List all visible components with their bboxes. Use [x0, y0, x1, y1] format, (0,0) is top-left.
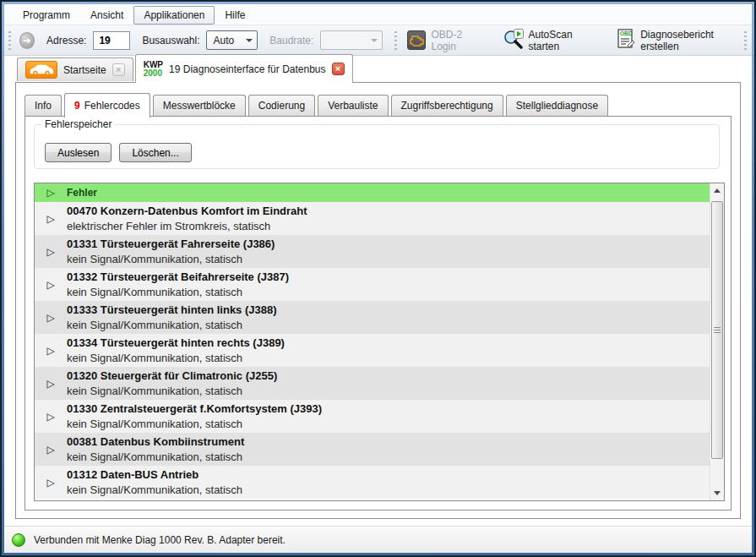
- client-area: Programm Ansicht Applikationen Hilfe ➔ A…: [4, 4, 752, 553]
- report-button[interactable]: Diagnosebericht erstellen: [640, 29, 744, 52]
- fault-list-header: ▷ Fehler: [35, 183, 710, 202]
- scroll-up-icon[interactable]: [710, 183, 724, 198]
- bus-select[interactable]: Auto: [206, 30, 258, 50]
- triangle-marker-icon: ▷: [35, 187, 67, 199]
- autoscan-icon[interactable]: [503, 29, 524, 52]
- fault-detail: kein Signal/Kommunikation, statisch: [67, 483, 242, 498]
- fault-row[interactable]: ▷ 01333 Türsteuergerät hinten links (J38…: [35, 301, 710, 334]
- fault-code-title: 01331 Türsteuergerät Fahrerseite (J386): [67, 237, 275, 252]
- fault-row[interactable]: ▷ 00381 Datenbus Kombiinstrument kein Si…: [35, 433, 710, 466]
- close-icon[interactable]: ×: [332, 63, 345, 75]
- report-icon[interactable]: OBD: [617, 29, 635, 52]
- subtab-stellglieddiagnose[interactable]: Stellglieddiagnose: [506, 95, 608, 116]
- vertical-scrollbar[interactable]: [710, 183, 724, 500]
- triangle-marker-icon: ▷: [35, 444, 67, 456]
- chevron-down-icon: [371, 39, 378, 42]
- close-icon[interactable]: ×: [112, 63, 125, 76]
- toolbar-grip-icon[interactable]: [8, 31, 11, 50]
- baud-label: Baudrate:: [269, 35, 313, 46]
- fault-list-header-label: Fehler: [67, 187, 97, 199]
- triangle-marker-icon: ▷: [35, 411, 67, 423]
- protocol-badge: KWP 2000: [144, 61, 163, 78]
- address-label: Adresse:: [46, 35, 86, 46]
- scroll-down-icon[interactable]: [710, 486, 724, 500]
- fault-row[interactable]: ▷ 01312 Daten-BUS Antrieb kein Signal/Ko…: [35, 466, 710, 499]
- menu-hilfe[interactable]: Hilfe: [215, 6, 255, 25]
- tab-content-panel: Info 9 Fehlercodes Messwertblöcke Codier…: [15, 82, 741, 519]
- fault-code-title: 01332 Türsteuergerät Beifahrerseite (J38…: [67, 270, 289, 285]
- fault-detail: kein Signal/Kommunikation, statisch: [67, 351, 285, 366]
- bus-select-value: Auto: [213, 35, 234, 46]
- subtab-verbauliste[interactable]: Verbauliste: [318, 95, 388, 116]
- toolbar-separator: [394, 31, 397, 50]
- loeschen-button[interactable]: Löschen...: [119, 143, 191, 162]
- fault-detail: kein Signal/Kommunikation, statisch: [67, 384, 277, 399]
- thumb-grip-icon: [714, 327, 721, 334]
- subtab-fehlercodes-label: Fehlercodes: [84, 100, 140, 112]
- triangle-marker-icon: ▷: [35, 345, 67, 357]
- go-arrow-icon[interactable]: ➔: [19, 32, 35, 49]
- tab-startseite[interactable]: Startseite ×: [17, 57, 133, 81]
- fault-row[interactable]: ▷ 01332 Türsteuergerät Beifahrerseite (J…: [35, 268, 710, 301]
- fault-detail: kein Signal/Kommunikation, statisch: [67, 318, 277, 333]
- fehlercodes-page: Fehlerspeicher Auslesen Löschen... ▷ Feh…: [24, 116, 732, 511]
- triangle-marker-icon: ▷: [35, 312, 67, 324]
- tab-startseite-label: Startseite: [63, 64, 106, 76]
- subtab-verbauliste-label: Verbauliste: [328, 100, 378, 112]
- triangle-marker-icon: ▷: [35, 213, 67, 225]
- fault-code-title: 00470 Konzern-Datenbus Komfort im Eindra…: [67, 204, 307, 219]
- status-text: Verbunden mit Menke Diag 1000 Rev. B. Ad…: [34, 534, 286, 546]
- fault-row[interactable]: ▷ 01320 Steuergerät für Climatronic (J25…: [35, 367, 710, 400]
- fault-row[interactable]: ▷ 01331 Türsteuergerät Fahrerseite (J386…: [35, 235, 710, 268]
- menu-ansicht[interactable]: Ansicht: [80, 6, 133, 25]
- fault-code-title: 01333 Türsteuergerät hinten links (J388): [67, 303, 277, 318]
- tab-diagnoseinterface-label: 19 Diagnoseinterface für Datenbus: [169, 63, 325, 75]
- fault-row[interactable]: ▷ 00470 Konzern-Datenbus Komfort im Eind…: [35, 202, 710, 235]
- subtab-zugriffsberechtigung-label: Zugriffsberechtigung: [401, 100, 493, 112]
- subtab-info[interactable]: Info: [24, 95, 62, 116]
- subtab-codierung[interactable]: Codierung: [248, 95, 315, 116]
- fault-code-title: 01320 Steuergerät für Climatronic (J255): [67, 369, 277, 384]
- fault-code-title: 01334 Türsteuergerät hinten rechts (J389…: [67, 336, 285, 351]
- subtab-codierung-label: Codierung: [258, 100, 305, 112]
- fault-detail: kein Signal/Kommunikation, statisch: [67, 252, 275, 267]
- tab-diagnoseinterface[interactable]: KWP 2000 19 Diagnoseinterface für Datenb…: [135, 54, 353, 83]
- autoscan-button[interactable]: AutoScan starten: [529, 29, 600, 52]
- fault-code-title: 00381 Datenbus Kombiinstrument: [67, 434, 244, 450]
- subtab-messwertbloecke[interactable]: Messwertblöcke: [153, 95, 246, 116]
- subtab-fehlercodes[interactable]: 9 Fehlercodes: [64, 93, 150, 117]
- car-icon: [25, 61, 57, 79]
- subtab-bar: Info 9 Fehlercodes Messwertblöcke Codier…: [24, 92, 732, 117]
- fault-detail: kein Signal/Kommunikation, statisch: [67, 417, 322, 432]
- fault-count-badge: 9: [74, 100, 80, 112]
- triangle-marker-icon: ▷: [35, 378, 67, 390]
- address-input[interactable]: [93, 31, 130, 50]
- menu-applikationen[interactable]: Applikationen: [133, 6, 215, 25]
- fault-code-title: 01330 Zentralsteuergerät f.Komfortsystem…: [67, 401, 322, 417]
- subtab-zugriffsberechtigung[interactable]: Zugriffsberechtigung: [391, 95, 503, 116]
- subtab-info-label: Info: [35, 100, 52, 112]
- fault-list: ▷ Fehler ▷ 00470 Konzern-Datenbus Komfor…: [34, 183, 725, 501]
- toolbar: ➔ Adresse: Busauswahl: Auto Baudrate: OB…: [4, 25, 752, 56]
- fault-code-title: 01312 Daten-BUS Antrieb: [67, 467, 242, 483]
- document-tab-bar: Startseite × KWP 2000 19 Diagnoseinterfa…: [15, 53, 743, 82]
- fault-detail: elektrischer Fehler im Stromkreis, stati…: [67, 219, 307, 234]
- bus-label: Busauswahl:: [142, 35, 199, 46]
- fault-detail: kein Signal/Kommunikation, statisch: [67, 285, 289, 300]
- auslesen-button[interactable]: Auslesen: [45, 143, 111, 162]
- toolbar-grip-right-icon: [744, 31, 747, 50]
- fault-row[interactable]: ▷ 01330 Zentralsteuergerät f.Komfortsyst…: [35, 400, 710, 433]
- triangle-marker-icon: ▷: [35, 279, 67, 291]
- triangle-marker-icon: ▷: [35, 246, 67, 258]
- triangle-marker-icon: ▷: [35, 477, 67, 489]
- scrollbar-thumb[interactable]: [711, 201, 723, 459]
- fehlerspeicher-group-label: Fehlerspeicher: [41, 118, 115, 130]
- obd-login-button: OBD-2 Login: [431, 29, 484, 52]
- app-window: Programm Ansicht Applikationen Hilfe ➔ A…: [0, 0, 756, 557]
- svg-text:OBD: OBD: [620, 30, 633, 36]
- fault-row[interactable]: ▷ 01334 Türsteuergerät hinten rechts (J3…: [35, 334, 710, 367]
- subtab-stellglieddiagnose-label: Stellglieddiagnose: [516, 100, 598, 112]
- baud-select: [320, 30, 383, 50]
- subtab-messwertbloecke-label: Messwertblöcke: [163, 100, 236, 112]
- menu-programm[interactable]: Programm: [13, 6, 80, 25]
